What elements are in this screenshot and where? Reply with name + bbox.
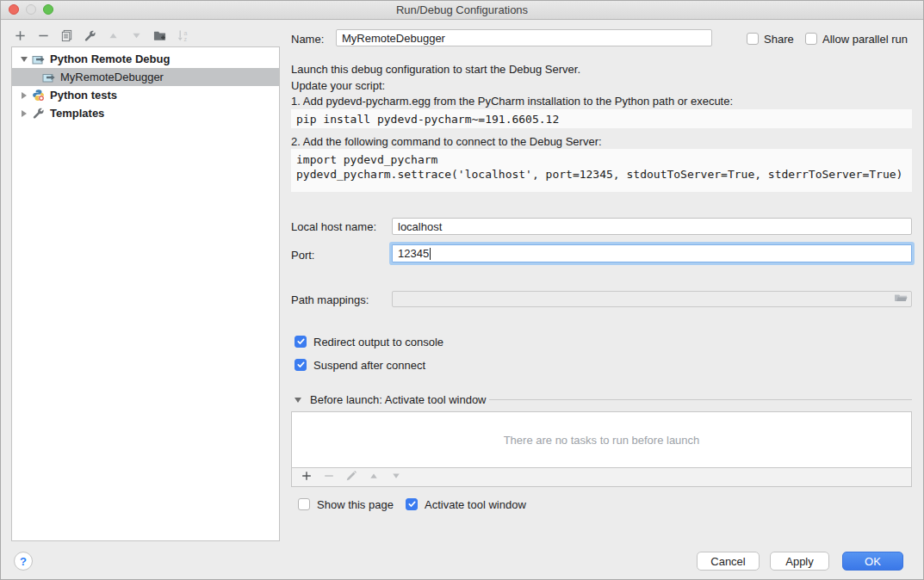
tree-item-myremotedebugger[interactable]: MyRemoteDebugger <box>12 68 279 86</box>
open-folder-icon <box>894 292 908 306</box>
check-icon <box>296 336 306 349</box>
empty-task-message: There are no tasks to run before launch <box>504 434 700 447</box>
before-launch-task-list[interactable]: There are no tasks to run before launch <box>291 411 912 468</box>
move-down-icon <box>131 30 142 44</box>
activate-tool-window-checkbox[interactable] <box>406 498 418 510</box>
remote-debug-config-icon <box>31 53 46 65</box>
tree-toolbar: az <box>13 29 190 45</box>
share-checkbox[interactable] <box>747 33 759 45</box>
remote-debug-config-icon <box>41 71 56 83</box>
tree-item-label: MyRemoteDebugger <box>60 71 164 83</box>
collapse-icon[interactable] <box>21 57 28 62</box>
traffic-lights <box>9 4 53 15</box>
suspend-after-connect-checkbox[interactable] <box>295 359 307 371</box>
name-label: Name: <box>291 33 324 46</box>
new-folder-button[interactable] <box>152 30 167 45</box>
help-button[interactable]: ? <box>14 552 33 571</box>
tree-item-templates[interactable]: Templates <box>12 104 279 122</box>
intro-text: Launch this debug configuration to start… <box>291 63 580 76</box>
allow-parallel-run-checkbox[interactable] <box>805 33 817 45</box>
copy-config-button[interactable] <box>59 30 74 45</box>
edit-task-button <box>344 470 358 484</box>
tree-item-label: Python Remote Debug <box>50 52 170 65</box>
svg-text:a: a <box>183 30 187 36</box>
move-up-icon <box>108 30 119 44</box>
tree-item-python-remote-debug[interactable]: Python Remote Debug <box>12 50 279 68</box>
settrace-code-block: import pydevd_pycharm pydevd_pycharm.set… <box>291 149 912 192</box>
ok-button[interactable]: OK <box>842 552 903 571</box>
allow-parallel-run-label: Allow parallel run <box>822 33 908 46</box>
move-up-button <box>106 30 121 45</box>
redirect-output-label: Redirect output to console <box>313 336 443 349</box>
move-task-up-button <box>366 470 381 484</box>
move-task-down-button <box>388 470 403 484</box>
wrench-icon <box>84 29 96 45</box>
new-folder-icon <box>153 29 166 45</box>
local-host-input[interactable] <box>392 218 912 235</box>
path-mappings-label: Path mappings: <box>291 293 369 306</box>
python-icon <box>31 89 46 102</box>
run-debug-configurations-dialog: Run/Debug Configurations az <box>0 0 924 580</box>
fullscreen-button[interactable] <box>43 4 53 15</box>
sort-alphabetically-icon: az <box>177 29 189 45</box>
check-icon <box>296 359 306 372</box>
before-launch-title: Before launch: Activate tool window <box>310 393 487 406</box>
tree-item-label: Templates <box>50 107 104 120</box>
minimize-button <box>26 4 36 15</box>
move-down-button <box>129 30 144 45</box>
wrench-icon <box>31 107 46 120</box>
redirect-output-checkbox[interactable] <box>295 336 307 348</box>
show-this-page-label: Show this page <box>317 498 394 511</box>
local-host-label: Local host name: <box>291 220 376 233</box>
remove-icon <box>323 470 335 484</box>
close-button[interactable] <box>9 4 19 15</box>
add-task-button[interactable] <box>299 470 313 484</box>
tree-item-label: Python tests <box>50 89 117 102</box>
remove-icon <box>37 29 50 45</box>
remove-config-button[interactable] <box>36 30 51 45</box>
window-title: Run/Debug Configurations <box>1 1 923 19</box>
edit-defaults-button[interactable] <box>83 30 97 45</box>
edit-pencil-icon <box>345 470 357 484</box>
step2-text: 2. Add the following command to connect … <box>291 135 602 148</box>
sort-configurations-button: az <box>176 30 190 45</box>
step1-text: 1. Add pydevd-pycharm.egg from the PyCha… <box>291 95 733 108</box>
activate-tool-window-label: Activate tool window <box>425 498 526 511</box>
name-input[interactable] <box>336 29 712 46</box>
add-config-button[interactable] <box>13 30 28 45</box>
update-script-text: Update your script: <box>291 79 385 92</box>
path-mappings-input[interactable] <box>392 291 912 307</box>
titlebar[interactable]: Run/Debug Configurations <box>1 1 923 20</box>
cancel-button[interactable]: Cancel <box>697 552 760 571</box>
share-label: Share <box>764 33 794 46</box>
add-icon <box>301 470 313 484</box>
show-this-page-checkbox[interactable] <box>298 498 310 510</box>
browse-path-mappings-button[interactable] <box>894 292 908 306</box>
suspend-after-connect-label: Suspend after connect <box>313 359 425 372</box>
section-divider <box>489 399 912 400</box>
svg-text:z: z <box>183 36 187 42</box>
config-tree: Python Remote Debug MyRemoteDebugger Pyt… <box>11 46 280 541</box>
port-input[interactable]: 12345 <box>392 244 912 262</box>
port-label: Port: <box>291 249 314 262</box>
copy-icon <box>60 29 73 45</box>
apply-button[interactable]: Apply <box>770 552 829 571</box>
text-caret <box>430 248 431 260</box>
check-icon <box>407 498 417 511</box>
port-value: 12345 <box>398 247 429 260</box>
expand-icon[interactable] <box>22 110 27 117</box>
tree-item-python-tests[interactable]: Python tests <box>12 86 279 104</box>
expand-icon[interactable] <box>22 92 27 99</box>
collapse-icon[interactable] <box>295 398 301 403</box>
move-up-icon <box>369 471 379 484</box>
add-icon <box>14 29 27 45</box>
move-down-icon <box>391 471 401 484</box>
before-launch-toolbar <box>291 468 912 487</box>
pip-install-code-block: pip install pydevd-pycharm~=191.6605.12 <box>291 109 912 128</box>
remove-task-button <box>321 470 336 484</box>
